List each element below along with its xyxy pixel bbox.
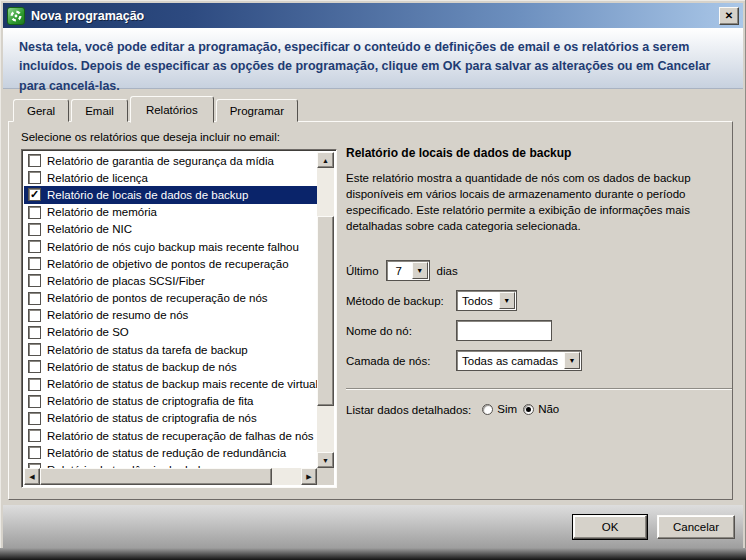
scroll-left-button[interactable]: ◀	[24, 468, 40, 485]
report-checkbox[interactable]	[28, 360, 41, 373]
field-row: Camada de nós:Todas as camadas▼	[346, 350, 732, 371]
report-checkbox[interactable]	[28, 206, 41, 219]
report-checkbox[interactable]	[28, 240, 41, 253]
horizontal-scrollbar[interactable]: ◀ ▶	[24, 468, 317, 485]
scroll-down-button[interactable]: ▼	[317, 452, 334, 468]
section-divider	[346, 388, 732, 390]
period-value: 7	[387, 265, 411, 277]
pinwheel-icon	[9, 9, 23, 23]
report-checkbox[interactable]	[28, 257, 41, 270]
scroll-right-button[interactable]: ▶	[301, 468, 317, 485]
cancel-button[interactable]: Cancelar	[657, 515, 735, 539]
detailed-options: SimNão	[476, 403, 559, 417]
report-list-item[interactable]: Relatório de SO	[24, 324, 317, 341]
report-label: Relatório de status de criptografia de f…	[47, 395, 253, 407]
tab-email[interactable]: Email	[71, 99, 128, 122]
report-detail-description: Este relatório mostra a quantidade de nó…	[346, 171, 732, 234]
report-checkbox[interactable]	[28, 395, 41, 408]
vertical-scrollbar[interactable]: ▲ ▼	[317, 152, 334, 468]
report-list-item[interactable]: Relatório de licença	[24, 169, 317, 186]
field-row: Método de backup:Todos▼	[346, 290, 732, 311]
report-checkbox[interactable]	[28, 154, 41, 167]
report-label: Relatório de locais de dados de backup	[47, 189, 248, 201]
report-checkbox[interactable]	[28, 326, 41, 339]
report-list-item[interactable]: Relatório de memória	[24, 204, 317, 221]
report-list-item[interactable]: Relatório de tendência de dados	[24, 461, 317, 468]
tab-programar[interactable]: Programar	[216, 99, 298, 122]
report-label: Relatório de resumo de nós	[47, 309, 188, 321]
report-label: Relatório de nós cujo backup mais recent…	[47, 241, 299, 253]
report-list-item[interactable]: Relatório de status de recuperação de fa…	[24, 427, 317, 444]
report-list-item[interactable]: Relatório de pontos de recuperação de nó…	[24, 290, 317, 307]
field-select[interactable]: Todos▼	[456, 290, 517, 311]
report-checkbox[interactable]	[28, 292, 41, 305]
period-row: Último 7 ▼ dias	[346, 260, 732, 281]
radio-option[interactable]: Não	[523, 403, 559, 415]
radio-icon[interactable]	[523, 404, 534, 415]
scroll-up-button[interactable]: ▲	[317, 152, 334, 168]
radio-label: Sim	[497, 403, 517, 415]
report-label: Relatório de memória	[47, 206, 157, 218]
dropdown-arrow-icon[interactable]: ▼	[499, 292, 515, 309]
report-detail-pane: Relatório de locais de dados de backup E…	[346, 146, 732, 417]
radio-option[interactable]: Sim	[482, 403, 517, 415]
report-list-item[interactable]: Relatório de status da tarefa de backup	[24, 341, 317, 358]
tab-geral[interactable]: Geral	[13, 99, 69, 122]
field-label: Camada de nós:	[346, 355, 456, 367]
report-list-item[interactable]: Relatório de status de redução de redund…	[24, 444, 317, 461]
node-name-input[interactable]	[456, 320, 552, 341]
dropdown-arrow-icon[interactable]: ▼	[412, 262, 428, 279]
instruction-text: Nesta tela, você pode editar a programaç…	[19, 40, 710, 93]
tab-strip: GeralEmailRelatóriosProgramar	[13, 95, 300, 122]
report-listbox: Relatório de garantia de segurança da mí…	[21, 149, 337, 488]
close-button[interactable]: ✕	[719, 7, 739, 25]
ok-button[interactable]: OK	[573, 515, 647, 539]
report-label: Relatório de garantia de segurança da mí…	[47, 155, 274, 167]
report-label: Relatório de status de backup de nós	[47, 361, 237, 373]
report-label: Relatório de status de criptografia de n…	[47, 412, 257, 424]
report-list-item[interactable]: Relatório de NIC	[24, 221, 317, 238]
instruction-banner: Nesta tela, você pode editar a programaç…	[3, 28, 743, 89]
report-checkbox[interactable]	[28, 343, 41, 356]
radio-label: Não	[538, 403, 559, 415]
report-list-item[interactable]: Relatório de status de backup de nós	[24, 358, 317, 375]
report-checkbox[interactable]	[28, 309, 41, 322]
report-checkbox[interactable]	[28, 223, 41, 236]
dropdown-arrow-icon[interactable]: ▼	[564, 352, 580, 369]
report-checkbox[interactable]	[28, 171, 41, 184]
period-select[interactable]: 7 ▼	[386, 260, 430, 281]
report-list-item[interactable]: Relatório de status de criptografia de f…	[24, 393, 317, 410]
report-list-item[interactable]: Relatório de objetivo de pontos de recup…	[24, 255, 317, 272]
field-select[interactable]: Todas as camadas▼	[456, 350, 582, 371]
report-list-item[interactable]: ✓Relatório de locais de dados de backup	[24, 186, 317, 203]
detail-fields: Método de backup:Todos▼Nome do nó:Camada…	[346, 290, 732, 371]
report-list-item[interactable]: Relatório de placas SCSI/Fiber	[24, 272, 317, 289]
report-label: Relatório de status de backup mais recen…	[47, 378, 317, 390]
report-label: Relatório de placas SCSI/Fiber	[47, 275, 205, 287]
report-checkbox[interactable]: ✓	[28, 188, 41, 201]
detailed-data-label: Listar dados detalhados:	[346, 404, 471, 416]
report-label: Relatório de objetivo de pontos de recup…	[47, 258, 289, 270]
app-icon	[7, 7, 25, 25]
report-checkbox[interactable]	[28, 274, 41, 287]
report-list-item[interactable]: Relatório de status de criptografia de n…	[24, 410, 317, 427]
report-label: Relatório de status de redução de redund…	[47, 447, 286, 459]
report-detail-title: Relatório de locais de dados de backup	[346, 146, 732, 160]
report-checkbox[interactable]	[28, 429, 41, 442]
report-list-item[interactable]: Relatório de status de backup mais recen…	[24, 375, 317, 392]
report-list-item[interactable]: Relatório de nós cujo backup mais recent…	[24, 238, 317, 255]
radio-icon[interactable]	[482, 404, 493, 415]
tab-relatorios[interactable]: Relatórios	[130, 96, 214, 123]
select-value: Todos	[457, 295, 498, 307]
ok-button-label: OK	[602, 521, 619, 533]
report-checkbox[interactable]	[28, 412, 41, 425]
horizontal-scroll-thumb[interactable]	[40, 468, 272, 485]
arrow-right-icon: ▶	[306, 473, 311, 480]
vertical-scroll-thumb[interactable]	[317, 216, 334, 406]
report-checkbox[interactable]	[28, 446, 41, 459]
report-checkbox[interactable]	[28, 378, 41, 391]
report-list-item[interactable]: Relatório de resumo de nós	[24, 307, 317, 324]
report-list-item[interactable]: Relatório de garantia de segurança da mí…	[24, 152, 317, 169]
arrow-down-icon: ▼	[322, 457, 329, 464]
arrow-up-icon: ▲	[322, 157, 329, 164]
